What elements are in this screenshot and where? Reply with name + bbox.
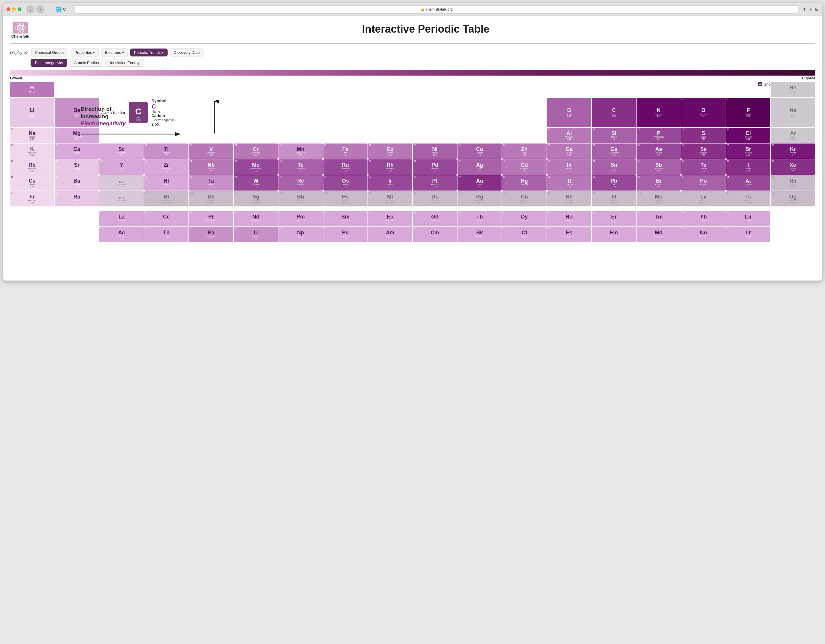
- element-Mo[interactable]: 42 Mo Molybdenum 2.16: [234, 159, 278, 175]
- element-Fl[interactable]: 114 Fl Flerovium Unknown: [592, 191, 636, 207]
- minimize-button[interactable]: [12, 7, 16, 11]
- element-Os[interactable]: 76 Os Osmium 2.2: [323, 175, 368, 190]
- element-Mn[interactable]: 25 Mn Manganese 1.55: [278, 144, 323, 159]
- element-Ar[interactable]: 18 Ar Argon None: [771, 128, 815, 143]
- element-Hf[interactable]: 72 Hf Hafnium 1.3: [144, 175, 188, 190]
- element-Si[interactable]: 14 Si Silicon 1.9: [592, 128, 636, 143]
- element-Sr[interactable]: 38 Sr Strontium 0.95: [55, 159, 99, 175]
- element-As[interactable]: 33 As Arsenic 2.18: [637, 144, 681, 159]
- element-Ga[interactable]: 31 Ga Gallium 1.81: [547, 144, 591, 159]
- element-I[interactable]: 53 I Iodine 2.66: [726, 159, 770, 175]
- element-No[interactable]: 102 No Nobelium 1.3: [681, 227, 725, 242]
- element-Br[interactable]: 35 Br Bromine 2.96: [726, 144, 770, 159]
- element-Lu[interactable]: 71 Lu Lutetium 1.27: [726, 211, 770, 226]
- element-Ts[interactable]: 117 Ts Tennessine Unknown: [726, 191, 770, 207]
- filter-properties[interactable]: Properties: [71, 48, 99, 56]
- element-Am[interactable]: 95 Am Americium 1.3: [368, 227, 412, 242]
- element-Cs[interactable]: 55 Cs Cesium 0.79: [10, 175, 54, 190]
- close-button[interactable]: [6, 7, 10, 11]
- element-Rg[interactable]: 111 Rg Roentgenium Unknown: [457, 191, 502, 207]
- element-Ag[interactable]: 47 Ag Silver 1.93: [457, 159, 502, 175]
- element-Tl[interactable]: 81 Tl Thallium 1.62: [547, 175, 591, 190]
- element-Yb[interactable]: 70 Yb Ytterbium 1.1: [681, 211, 725, 226]
- element-Nh[interactable]: 113 Nh Nihonium Unknown: [547, 191, 591, 207]
- element-Ru[interactable]: 44 Ru Ruthenium 2.2: [323, 159, 368, 175]
- element-Se[interactable]: 34 Se Selenium 2.55: [681, 144, 725, 159]
- element-Bh[interactable]: 107 Bh Bohrium Unknown: [278, 191, 323, 207]
- element-N[interactable]: 7 N Nitrogen 3.04: [637, 98, 681, 127]
- url-bar[interactable]: 🔒 chemistrytalk.org: [75, 5, 798, 14]
- back-button[interactable]: ‹: [26, 5, 34, 14]
- element-He[interactable]: 2 He Helium None: [771, 82, 815, 97]
- element-O[interactable]: 8 O Oxygen 3.44: [681, 98, 725, 127]
- element-At[interactable]: 85 At Astatine 2.2: [726, 175, 770, 190]
- element-Au[interactable]: 79 Au Gold 2.54: [457, 175, 502, 190]
- element-Pt[interactable]: 78 Pt Platinum 2.28: [413, 175, 457, 190]
- element-Fr[interactable]: 87 Fr Francium 0.79: [10, 191, 54, 207]
- element-Ir[interactable]: 77 Ir Iridium 2.2: [368, 175, 412, 190]
- element-Es[interactable]: 99 Es Einsteinium 1.3: [547, 227, 591, 242]
- element-Nb[interactable]: 41 Nb Niobium 1.6: [189, 159, 233, 175]
- forward-button[interactable]: ›: [36, 5, 45, 14]
- element-Zn[interactable]: 30 Zn Zinc 1.65: [502, 144, 546, 159]
- new-tab-icon[interactable]: ＋: [808, 7, 813, 12]
- element-Ba[interactable]: 56 Ba Barium 0.89: [55, 175, 99, 190]
- element-Md[interactable]: 101 Md Mendelevium 1.3: [637, 227, 681, 242]
- element-Ra[interactable]: 88 Ra Radium 0.9: [55, 191, 99, 207]
- element-Xe[interactable]: 54 Xe Xenon 2.6: [771, 159, 815, 175]
- filter-discovery-date[interactable]: Discovery Date: [170, 48, 204, 56]
- element-Hs[interactable]: 108 Hs Hassium Unknown: [323, 191, 368, 207]
- element-Sm[interactable]: 62 Sm Samarium 1.17: [323, 211, 368, 226]
- element-Lr[interactable]: 103 Lr Lawrencium 1.3: [726, 227, 770, 242]
- element-Bk[interactable]: 97 Bk Berkelium 1.3: [457, 227, 502, 242]
- filter-chemical-groups[interactable]: Chemical Groups: [31, 48, 68, 56]
- element-Ca[interactable]: 20 Ca Calcium 1: [55, 144, 99, 159]
- sub-ionization-energy[interactable]: Ionization Energy: [105, 59, 144, 67]
- element-Li[interactable]: 3 Li Lithium 0.98: [10, 98, 54, 127]
- element-Pa[interactable]: 91 Pa Protactinium 1.5: [189, 227, 233, 242]
- element-Ge[interactable]: 32 Ge Germanium 2.01: [592, 144, 636, 159]
- maximize-button[interactable]: [18, 7, 22, 11]
- element-Rf[interactable]: 104 Rf Rutherfordium Unknown: [144, 191, 188, 207]
- element-Hg[interactable]: 80 Hg Mercury 2: [502, 175, 546, 190]
- element-Rn[interactable]: 86 Rn Radon Unknown: [771, 175, 815, 190]
- element-Lv[interactable]: 116 Lv Livermorium Unknown: [681, 191, 725, 207]
- element-Rh[interactable]: 45 Rh Rhodium 2.28: [368, 159, 412, 175]
- element-Rb[interactable]: 37 Rb Rubidium 0.82: [10, 159, 54, 175]
- element-V[interactable]: 23 V Vanadium 1.63: [189, 144, 233, 159]
- sidebar-icon[interactable]: ⊞: [815, 7, 819, 12]
- element-C[interactable]: 6 C Carbon 2.55: [592, 98, 636, 127]
- sub-electronegativity[interactable]: Electronegativity: [31, 59, 67, 67]
- sub-atomic-radius[interactable]: Atomic Radius: [70, 59, 103, 67]
- element-Mg[interactable]: 12 Mg Magnesium 1.31: [55, 128, 99, 143]
- element-Be[interactable]: 4 Be Beryllium 1.57: [55, 98, 99, 127]
- filter-electrons[interactable]: Electrons: [101, 48, 128, 56]
- element-Al[interactable]: 13 Al Aluminum 1.61: [547, 128, 591, 143]
- element-Ac[interactable]: 89 Ac Actinium 1.1: [99, 227, 144, 242]
- element-Sg[interactable]: 106 Sg Seaborgium Unknown: [234, 191, 278, 207]
- element-Cm[interactable]: 96 Cm Curium 1.3: [413, 227, 457, 242]
- element-Na[interactable]: 11 Na Sodium 0.93: [10, 128, 54, 143]
- element-Db[interactable]: 105 Db Dubnium Unknown: [189, 191, 233, 207]
- element-Cf[interactable]: 98 Cf Californium 1.3: [502, 227, 546, 242]
- element-P[interactable]: 15 P Phosphorus 2.19: [637, 128, 681, 143]
- element-W[interactable]: 74 W Tungsten 2.36: [234, 175, 278, 190]
- filter-periodic-trends[interactable]: Periodic Trends ▾: [130, 48, 168, 56]
- element-Zr[interactable]: 40 Zr Zirconium 1.33: [144, 159, 188, 175]
- element-Kr[interactable]: 36 Kr Krypton 3: [771, 144, 815, 159]
- element-Cd[interactable]: 48 Cd Cadmium 1.69: [502, 159, 546, 175]
- element-Ti[interactable]: 22 Ti Titanium 1.54: [144, 144, 188, 159]
- element-Ce[interactable]: 58 Ce Cerium 1.12: [144, 211, 188, 226]
- element-Sn[interactable]: 50 Sn Tin 1.96: [592, 159, 636, 175]
- element-Y[interactable]: 39 Y Yttrium 1.22: [99, 159, 144, 175]
- element-Cn[interactable]: 112 Cn Copernicium Unknown: [502, 191, 546, 207]
- element-F[interactable]: 9 F Fluorine 3.98: [726, 98, 770, 127]
- element-Bi[interactable]: 83 Bi Bismuth 2.02: [637, 175, 681, 190]
- element-Fm[interactable]: 100 Fm Fermium 1.3: [592, 227, 636, 242]
- element-Pd[interactable]: 46 Pd Palladium 2.2: [413, 159, 457, 175]
- element-Ni[interactable]: 28 Ni Nickel 1.91: [413, 144, 457, 159]
- element-Og[interactable]: 118 Og Oganesson Unknown: [771, 191, 815, 207]
- element-Sb[interactable]: 51 Sb Antimony 2.05: [637, 159, 681, 175]
- element-Dy[interactable]: 66 Dy Dysprosium 1.22: [502, 211, 546, 226]
- element-Ne[interactable]: 10 Ne Neon None: [771, 98, 815, 127]
